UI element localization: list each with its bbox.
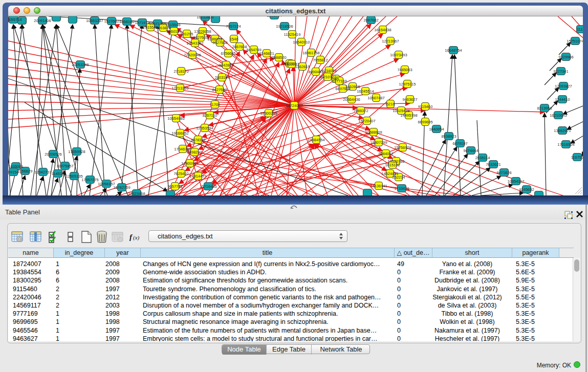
svg-text:15751074: 15751074	[567, 39, 583, 43]
svg-text:18300295: 18300295	[260, 111, 277, 116]
svg-text:17016504: 17016504	[557, 142, 574, 147]
svg-text:2087682: 2087682	[363, 18, 378, 23]
svg-text:9327508: 9327508	[212, 40, 227, 45]
svg-text:9777169: 9777169	[332, 79, 346, 83]
svg-text:2588520: 2588520	[271, 55, 286, 60]
svg-text:17957275: 17957275	[81, 178, 98, 182]
svg-text:9245652: 9245652	[519, 187, 534, 192]
svg-text:10607487: 10607487	[367, 96, 384, 100]
svg-text:891295: 891295	[180, 32, 193, 36]
svg-text:8267110: 8267110	[203, 113, 217, 118]
svg-text:13692971: 13692971	[554, 128, 571, 133]
svg-text:1733426: 1733426	[394, 186, 409, 191]
svg-text:10975857: 10975857	[56, 164, 73, 168]
svg-text:16245514: 16245514	[357, 89, 374, 94]
svg-text:7357224: 7357224	[226, 24, 241, 29]
svg-text:13226058: 13226058	[194, 29, 211, 34]
svg-text:6756685: 6756685	[221, 51, 235, 56]
svg-text:18724007: 18724007	[286, 103, 302, 108]
svg-text:12213369: 12213369	[171, 86, 188, 91]
svg-text:9474444: 9474444	[463, 148, 478, 153]
svg-text:18640910: 18640910	[293, 40, 310, 45]
svg-text:2803144: 2803144	[214, 75, 229, 80]
svg-text:9242848: 9242848	[219, 63, 233, 68]
svg-text:f: f	[129, 233, 133, 241]
svg-text:1156829: 1156829	[18, 169, 33, 173]
svg-text:9657791: 9657791	[167, 184, 182, 189]
svg-text:10025438: 10025438	[393, 108, 409, 113]
svg-text:1615132: 1615132	[385, 163, 400, 167]
svg-text:12213967: 12213967	[382, 39, 399, 43]
svg-text:16033809: 16033809	[197, 16, 213, 19]
svg-text:16782759: 16782759	[113, 185, 130, 190]
svg-text:5498222: 5498222	[187, 150, 202, 155]
svg-text:10688609: 10688609	[365, 130, 382, 135]
svg-text:116753: 116753	[571, 155, 583, 160]
svg-text:1546: 1546	[230, 37, 238, 41]
svg-text:14914479: 14914479	[189, 174, 206, 179]
svg-text:12505135: 12505135	[66, 174, 82, 179]
svg-text:19218506: 19218506	[276, 24, 293, 29]
svg-text:1071913: 1071913	[135, 20, 149, 25]
svg-text:10654112: 10654112	[508, 179, 525, 184]
svg-text:16210643: 16210643	[550, 113, 567, 118]
svg-text:9227341: 9227341	[553, 69, 568, 74]
svg-text:7632621: 7632621	[486, 162, 500, 167]
svg-text:22420046: 22420046	[184, 53, 201, 57]
svg-text:6879197: 6879197	[452, 141, 467, 146]
svg-text:15720407: 15720407	[358, 119, 375, 123]
svg-text:18807299: 18807299	[370, 140, 387, 145]
svg-text:20091406: 20091406	[34, 18, 51, 23]
svg-text:3578332: 3578332	[190, 138, 205, 142]
svg-text:12923468: 12923468	[128, 191, 145, 196]
svg-text:9115460: 9115460	[418, 104, 433, 109]
svg-text:99154: 99154	[8, 170, 18, 174]
svg-text:10654985: 10654985	[167, 116, 184, 121]
svg-text:10958157: 10958157	[98, 182, 115, 186]
svg-text:15716485: 15716485	[200, 184, 216, 189]
svg-text:1527602: 1527602	[104, 19, 119, 24]
svg-text:6466160: 6466160	[119, 19, 134, 24]
svg-text:16154838: 16154838	[374, 28, 391, 32]
svg-text:8471626: 8471626	[496, 170, 511, 175]
svg-text:9329966: 9329966	[558, 55, 573, 59]
svg-text:12942737: 12942737	[34, 170, 51, 174]
svg-text:14495798: 14495798	[400, 113, 417, 118]
svg-text:19384554: 19384554	[308, 138, 324, 142]
svg-text:16961758: 16961758	[302, 51, 319, 55]
svg-text:(x): (x)	[133, 234, 140, 241]
svg-text:8213958: 8213958	[537, 106, 552, 111]
svg-text:7515546: 7515546	[143, 25, 158, 30]
svg-text:12093827: 12093827	[555, 84, 572, 89]
svg-text:9463627: 9463627	[402, 97, 417, 102]
svg-text:8813054: 8813054	[267, 16, 281, 18]
svg-text:6216: 6216	[386, 102, 395, 106]
svg-text:9827505: 9827505	[193, 35, 208, 40]
svg-text:1640954: 1640954	[429, 127, 444, 132]
svg-text:1362615: 1362615	[295, 64, 310, 69]
svg-text:19166852: 19166852	[171, 131, 188, 136]
svg-text:11700: 11700	[210, 102, 220, 107]
svg-text:252214: 252214	[392, 175, 405, 180]
svg-text:20206526: 20206526	[45, 152, 61, 157]
svg-text:8938923: 8938923	[441, 134, 456, 139]
svg-text:12353594: 12353594	[196, 126, 213, 130]
svg-text:15756928: 15756928	[394, 145, 411, 150]
svg-text:7625402: 7625402	[173, 171, 188, 176]
svg-text:14055714: 14055714	[8, 17, 22, 22]
svg-text:2935114: 2935114	[475, 156, 490, 160]
svg-text:114513: 114513	[52, 171, 64, 176]
svg-text:8427552: 8427552	[212, 87, 227, 92]
svg-text:20053346: 20053346	[72, 62, 89, 67]
svg-text:6699695: 6699695	[418, 120, 432, 124]
svg-text:12975115: 12975115	[399, 82, 416, 86]
svg-text:7485063: 7485063	[397, 68, 412, 72]
svg-text:1635001: 1635001	[8, 164, 23, 169]
svg-text:12400994: 12400994	[181, 161, 198, 166]
svg-text:7955812: 7955812	[313, 58, 328, 62]
svg-text:14136141: 14136141	[370, 184, 387, 188]
svg-text:11325419: 11325419	[284, 32, 301, 37]
svg-text:20364436: 20364436	[343, 97, 360, 102]
svg-text:10553287: 10553287	[86, 18, 103, 23]
svg-text:10973493: 10973493	[390, 53, 407, 57]
